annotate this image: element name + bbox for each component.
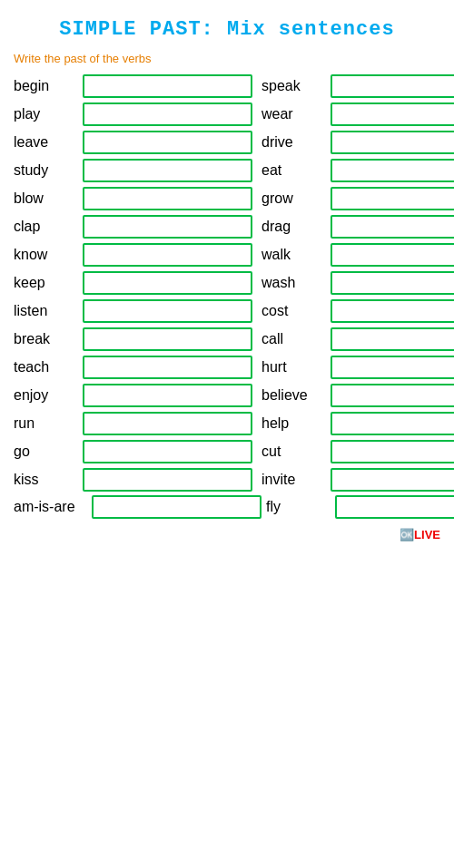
verb-input-speak[interactable] — [331, 74, 454, 98]
verb-input-play[interactable] — [83, 102, 252, 126]
right-verb-row: hurt — [262, 356, 454, 379]
verb-label: cut — [262, 444, 325, 460]
verb-label: wear — [262, 106, 325, 122]
bottom-left-verb-row: am-is-are — [14, 495, 262, 519]
verb-input-invite[interactable] — [331, 468, 454, 492]
page-title: SIMPLE PAST: Mix sentences — [14, 18, 440, 41]
verb-label-am-is-are: am-is-are — [14, 499, 86, 515]
verb-input-grow[interactable] — [331, 187, 454, 210]
right-verb-row: drive — [262, 131, 454, 154]
verb-label: begin — [14, 78, 77, 94]
verb-label: walk — [262, 247, 325, 263]
right-verb-row: invite — [262, 468, 454, 492]
verb-label: invite — [262, 472, 325, 488]
verb-input-keep[interactable] — [83, 271, 252, 295]
left-verb-row: keep — [14, 271, 252, 295]
verb-label: help — [262, 415, 325, 432]
verb-input-fly[interactable] — [335, 495, 454, 519]
left-verb-row: go — [14, 440, 252, 463]
right-verb-row: cost — [262, 299, 454, 323]
verb-input-know[interactable] — [83, 243, 252, 267]
verb-label: leave — [14, 134, 77, 151]
left-verb-row: listen — [14, 299, 252, 323]
verb-input-begin[interactable] — [83, 74, 252, 98]
verb-label: run — [14, 415, 77, 432]
left-verb-row: leave — [14, 131, 252, 154]
left-verb-row: break — [14, 327, 252, 351]
verb-input-study[interactable] — [83, 159, 252, 182]
verb-label: play — [14, 106, 77, 122]
left-verb-row: enjoy — [14, 384, 252, 407]
right-verb-row: cut — [262, 440, 454, 463]
verb-label: believe — [262, 387, 325, 404]
verb-input-eat[interactable] — [331, 159, 454, 182]
verb-label: blow — [14, 190, 77, 207]
left-verb-row: kiss — [14, 468, 252, 492]
right-verb-row: walk — [262, 243, 454, 267]
verb-input-hurt[interactable] — [331, 356, 454, 379]
logo: 🆗LIVE — [14, 528, 440, 541]
verb-input-call[interactable] — [331, 327, 454, 351]
verb-input-break[interactable] — [83, 327, 252, 351]
verb-input-am-is-are[interactable] — [92, 495, 262, 519]
verb-label: keep — [14, 275, 77, 291]
verb-label: kiss — [14, 472, 77, 488]
verb-input-enjoy[interactable] — [83, 384, 252, 407]
verb-label: drive — [262, 134, 325, 151]
verb-input-leave[interactable] — [83, 131, 252, 154]
bottom-row: am-is-arefly — [14, 495, 440, 519]
verb-label: study — [14, 162, 77, 179]
right-verb-row: call — [262, 327, 454, 351]
right-verb-row: help — [262, 412, 454, 435]
verb-input-drag[interactable] — [331, 215, 454, 239]
left-verb-row: run — [14, 412, 252, 435]
verb-input-believe[interactable] — [331, 384, 454, 407]
right-verb-row: believe — [262, 384, 454, 407]
right-verb-row: wear — [262, 102, 454, 126]
left-verb-row: begin — [14, 74, 252, 98]
left-verb-row: study — [14, 159, 252, 182]
verb-label: break — [14, 331, 77, 347]
left-verb-row: know — [14, 243, 252, 267]
verb-label: call — [262, 331, 325, 347]
verb-label: know — [14, 247, 77, 263]
verb-label: eat — [262, 162, 325, 179]
verb-label: listen — [14, 303, 77, 319]
verb-input-cost[interactable] — [331, 299, 454, 323]
verb-input-cut[interactable] — [331, 440, 454, 463]
left-verb-row: play — [14, 102, 252, 126]
verb-label: cost — [262, 303, 325, 319]
verb-label: drag — [262, 219, 325, 235]
right-verb-row: grow — [262, 187, 454, 210]
verb-grid: beginspeakplaywearleavedrivestudyeatblow… — [14, 74, 440, 492]
verb-input-listen[interactable] — [83, 299, 252, 323]
verb-label: speak — [262, 78, 325, 94]
verb-label: clap — [14, 219, 77, 235]
right-verb-row: wash — [262, 271, 454, 295]
verb-input-wear[interactable] — [331, 102, 454, 126]
right-verb-row: speak — [262, 74, 454, 98]
verb-label: hurt — [262, 359, 325, 375]
bottom-right-verb-row: fly — [266, 495, 454, 519]
verb-input-teach[interactable] — [83, 356, 252, 379]
verb-input-go[interactable] — [83, 440, 252, 463]
left-verb-row: teach — [14, 356, 252, 379]
verb-label: teach — [14, 359, 77, 375]
instruction-text: Write the past of the verbs — [14, 52, 440, 65]
verb-input-help[interactable] — [331, 412, 454, 435]
verb-input-clap[interactable] — [83, 215, 252, 239]
verb-label: go — [14, 444, 77, 460]
verb-input-blow[interactable] — [83, 187, 252, 210]
verb-label: enjoy — [14, 387, 77, 404]
verb-input-run[interactable] — [83, 412, 252, 435]
right-verb-row: eat — [262, 159, 454, 182]
verb-input-drive[interactable] — [331, 131, 454, 154]
right-verb-row: drag — [262, 215, 454, 239]
verb-label-fly: fly — [266, 499, 330, 515]
verb-input-wash[interactable] — [331, 271, 454, 295]
verb-label: grow — [262, 190, 325, 207]
left-verb-row: blow — [14, 187, 252, 210]
verb-input-kiss[interactable] — [83, 468, 252, 492]
verb-input-walk[interactable] — [331, 243, 454, 267]
left-verb-row: clap — [14, 215, 252, 239]
